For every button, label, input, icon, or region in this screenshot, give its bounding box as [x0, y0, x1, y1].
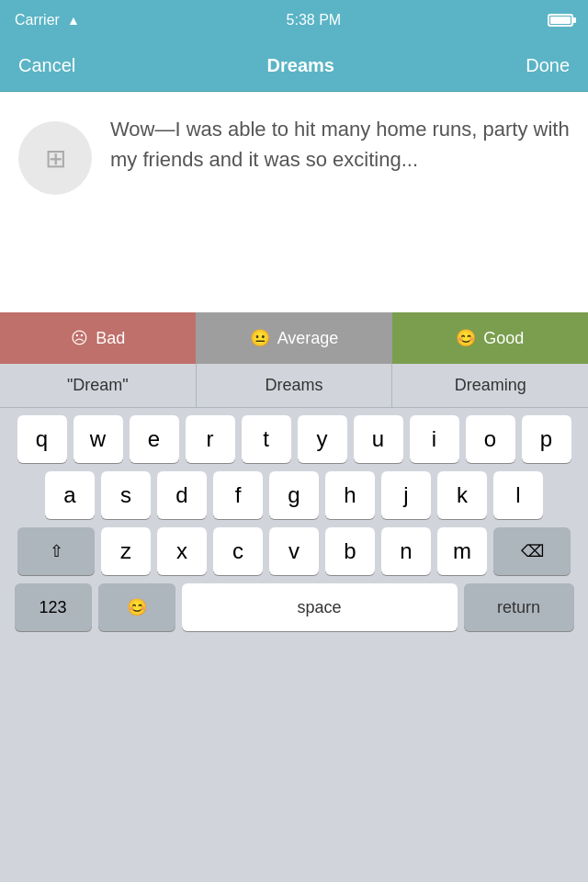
- key-w[interactable]: w: [74, 415, 123, 463]
- key-e[interactable]: e: [130, 415, 179, 463]
- key-j[interactable]: j: [381, 471, 431, 519]
- numbers-key[interactable]: 123: [15, 583, 92, 631]
- key-s[interactable]: s: [101, 471, 151, 519]
- average-label: Average: [277, 329, 339, 348]
- autocomplete-dreaming[interactable]: Dreaming: [392, 364, 588, 407]
- key-x[interactable]: x: [157, 527, 207, 575]
- keyboard-bottom-row: 123😊spacereturn: [4, 583, 584, 631]
- time-label: 5:38 PM: [287, 12, 342, 28]
- key-d[interactable]: d: [157, 471, 207, 519]
- autocomplete-dream[interactable]: "Dream": [0, 364, 197, 407]
- average-icon: 😐: [250, 328, 270, 348]
- key-p[interactable]: p: [522, 415, 571, 463]
- done-button[interactable]: Done: [526, 55, 570, 76]
- key-u[interactable]: u: [354, 415, 403, 463]
- key-r[interactable]: r: [186, 415, 235, 463]
- keyboard-row-1: qwertyuiop: [4, 415, 584, 463]
- key-k[interactable]: k: [437, 471, 487, 519]
- battery-fill: [550, 17, 571, 24]
- key-t[interactable]: t: [242, 415, 291, 463]
- image-icon: ⊞: [45, 143, 66, 174]
- image-placeholder[interactable]: ⊞: [18, 121, 92, 195]
- key-h[interactable]: h: [325, 471, 375, 519]
- emoji-key[interactable]: 😊: [98, 583, 175, 631]
- key-a[interactable]: a: [45, 471, 95, 519]
- key-q[interactable]: q: [17, 415, 67, 463]
- status-bar: Carrier ▲ 5:38 PM: [0, 0, 588, 40]
- wifi-icon: ▲: [67, 13, 80, 28]
- good-rating-button[interactable]: 😊 Good: [392, 312, 588, 364]
- shift-key[interactable]: ⇧: [17, 527, 95, 575]
- key-f[interactable]: f: [213, 471, 263, 519]
- content-text[interactable]: Wow—I was able to hit many home runs, pa…: [110, 114, 570, 175]
- content-area: ⊞ Wow—I was able to hit many home runs, …: [0, 92, 588, 312]
- carrier-label: Carrier: [15, 12, 60, 28]
- key-z[interactable]: z: [101, 527, 151, 575]
- key-g[interactable]: g: [269, 471, 319, 519]
- key-n[interactable]: n: [381, 527, 431, 575]
- key-m[interactable]: m: [437, 527, 487, 575]
- battery-icon: [548, 14, 573, 27]
- average-rating-button[interactable]: 😐 Average: [196, 312, 391, 364]
- nav-bar: Cancel Dreams Done: [0, 40, 588, 92]
- space-key[interactable]: space: [182, 583, 458, 631]
- nav-title: Dreams: [267, 55, 334, 76]
- keyboard-row-3: ⇧zxcvbnm⌫: [4, 527, 584, 575]
- cancel-button[interactable]: Cancel: [18, 55, 75, 76]
- delete-key[interactable]: ⌫: [493, 527, 571, 575]
- bad-icon: ☹: [71, 328, 88, 348]
- key-l[interactable]: l: [493, 471, 543, 519]
- keyboard-row-2: asdfghjkl: [4, 471, 584, 519]
- rating-bar: ☹ Bad 😐 Average 😊 Good: [0, 312, 588, 364]
- key-b[interactable]: b: [325, 527, 375, 575]
- good-icon: 😊: [456, 328, 476, 348]
- keyboard: qwertyuiop asdfghjkl ⇧zxcvbnm⌫ 123😊space…: [0, 408, 588, 639]
- autocomplete-bar: "Dream" Dreams Dreaming: [0, 364, 588, 408]
- key-v[interactable]: v: [269, 527, 319, 575]
- key-c[interactable]: c: [213, 527, 263, 575]
- bad-label: Bad: [96, 329, 125, 348]
- key-y[interactable]: y: [298, 415, 347, 463]
- key-o[interactable]: o: [466, 415, 515, 463]
- return-key[interactable]: return: [464, 583, 574, 631]
- status-bar-left: Carrier ▲: [15, 12, 80, 28]
- bad-rating-button[interactable]: ☹ Bad: [0, 312, 196, 364]
- autocomplete-dreams[interactable]: Dreams: [197, 364, 393, 407]
- good-label: Good: [483, 329, 524, 348]
- key-i[interactable]: i: [410, 415, 459, 463]
